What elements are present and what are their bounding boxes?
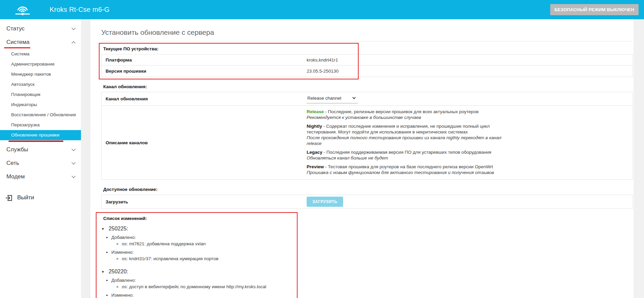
chevron-down-icon [353, 96, 356, 99]
channel-description-preview: Preview - Тестовая прошивка для роутеров… [307, 164, 504, 175]
sidebar-item-system[interactable]: Система [0, 35, 81, 49]
sidebar-gutter [81, 19, 90, 298]
update-channel-section: Канал обновления: Канал обновления Relea… [101, 84, 634, 180]
changelog-item: os: mt7621: добавлена поддержка vxlan [122, 241, 634, 247]
scrollbar-track[interactable] [634, 19, 644, 298]
table-row: Версия прошивки 23.05.5-250130 [102, 66, 633, 77]
safe-mode-button[interactable]: БЕЗОПАСНЫЙ РЕЖИМ ВЫКЛЮЧЕН [550, 4, 639, 15]
section-label: Доступное обновление: [103, 187, 634, 192]
changelog-entry: ▼ 250225: Добавлено: os: mt7621: добавле… [101, 226, 634, 262]
page-title: Установить обновление с сервера [101, 28, 634, 37]
row-label: Версия прошивки [106, 69, 307, 74]
changelog-toggle[interactable]: ▼ 250220: [101, 269, 634, 275]
section-label: Список изменений: [103, 216, 634, 221]
table-row: Описание каналов Release - Последние, ре… [102, 106, 633, 179]
red-annotation-underline [8, 141, 63, 142]
sidebar-subitem-firmware-update[interactable]: Обновление прошивки [0, 130, 81, 140]
sidebar-item-status[interactable]: Статус [0, 22, 81, 35]
sidebar: Статус Система Система Администрирование… [0, 19, 81, 298]
changelog-group-title: Изменено: [111, 293, 634, 298]
sidebar-subitem-reboot[interactable]: Перезагрузка [0, 120, 81, 130]
update-channel-table: Канал обновления Release channel Описани… [101, 92, 633, 180]
sidebar-item-modem[interactable]: Модем [0, 170, 81, 183]
changelog-group-title: Изменено: [111, 250, 634, 255]
chevron-down-icon [72, 147, 75, 151]
firmware-version-value: 23.05.5-250130 [307, 69, 633, 74]
changelog-entry: ▼ 250220: Добавлено: os: доступ в вебинт… [101, 269, 634, 298]
update-channel-select[interactable]: Release channel [307, 95, 358, 103]
sidebar-item-label: Сеть [6, 160, 19, 167]
sidebar-subitem-scheduler[interactable]: Планировщик [0, 90, 81, 100]
changelog-toggle[interactable]: ▼ 250225: [101, 226, 634, 232]
changelog-item: os: kndrt31r37: исправлена нумерация пор… [122, 256, 634, 262]
section-label: Текущее ПО устройства: [103, 46, 634, 52]
chevron-down-icon [72, 26, 75, 30]
app-header: Kroks Rt-Cse m6-G БЕЗОПАСНЫЙ РЕЖИМ ВЫКЛЮ… [0, 0, 644, 19]
row-label: Загрузить [106, 199, 307, 204]
row-label: Описание каналов [106, 140, 307, 145]
chevron-up-icon [72, 41, 75, 45]
row-label: Платформа [106, 57, 307, 63]
logout-label: Выйти [17, 194, 34, 201]
table-row: Загрузить ЗАГРУЗИТЬ [102, 195, 633, 208]
changelog-version: 250220: [109, 269, 128, 275]
sidebar-subitem-recovery-update[interactable]: Восстановление / Обновление [0, 110, 81, 120]
sidebar-item-label: Службы [6, 146, 28, 153]
row-label: Канал обновления [106, 96, 307, 101]
load-button[interactable]: ЗАГРУЗИТЬ [307, 197, 343, 207]
system-submenu: Система Администрирование Менеджер пакет… [0, 49, 81, 142]
main-content: Установить обновление с сервера Текущее … [90, 19, 634, 298]
collapse-triangle-icon: ▼ [101, 227, 105, 231]
channel-descriptions: Release - Последние, релизные версии про… [307, 109, 504, 175]
sidebar-subitem-autorun[interactable]: Автозапуск [0, 79, 81, 90]
sidebar-subitem-package-manager[interactable]: Менеджер пакетов [0, 69, 81, 79]
channel-description-legacy: Legacy - Последняя поддерживаемая версия… [307, 149, 504, 161]
chevron-down-icon [72, 160, 75, 164]
sidebar-item-network[interactable]: Сеть [0, 156, 81, 170]
sidebar-subitem-indicators[interactable]: Индикаторы [0, 100, 81, 110]
changelog-group: Изменено: os: kndrt31r37: исправлена нум… [111, 250, 634, 262]
section-label: Канал обновления: [103, 84, 634, 90]
changelog-group: Добавлено: os: mt7621: добавлена поддерж… [111, 235, 634, 247]
table-row: Канал обновления Release channel [102, 92, 633, 106]
logout-icon [5, 194, 13, 202]
sidebar-item-label: Система [6, 39, 29, 46]
title-divider [101, 41, 633, 42]
changelog-group-title: Добавлено: [111, 235, 634, 240]
app-title: Kroks Rt-Cse m6-G [50, 6, 110, 14]
sidebar-subitem-system[interactable]: Система [0, 49, 81, 59]
changelog-item: os: доступ в вебинтерфейс по доменному и… [122, 284, 634, 290]
current-firmware-table: Платформа kroks,kndrt41r1 Версия прошивк… [101, 54, 633, 77]
table-row: Платформа kroks,kndrt41r1 [102, 54, 633, 66]
changelog-group: Изменено: firewall: удалены шаблоны прав… [111, 293, 634, 298]
sidebar-item-services[interactable]: Службы [0, 143, 81, 156]
select-value: Release channel [307, 96, 341, 101]
logout-button[interactable]: Выйти [0, 194, 81, 202]
channel-description-nightly: Nightly - Содержат последние изменения и… [307, 123, 504, 146]
changelog-version: 250225: [109, 226, 128, 232]
platform-value: kroks,kndrt41r1 [307, 57, 633, 63]
collapse-triangle-icon: ▼ [101, 270, 105, 274]
changelog-group: Добавлено: os: доступ в вебинтерфейс по … [111, 278, 634, 290]
changelog-group-title: Добавлено: [111, 278, 634, 283]
wifi-logo-icon [15, 2, 30, 17]
sidebar-item-label: Модем [6, 173, 25, 180]
chevron-down-icon [72, 174, 75, 178]
channel-description-release: Release - Последние, релизные версии про… [307, 109, 504, 120]
available-update-table: Загрузить ЗАГРУЗИТЬ [101, 195, 633, 209]
changelog-section: Список изменений: ▼ 250225: Добавлено: o… [101, 216, 634, 298]
current-firmware-section: Текущее ПО устройства: Платформа kroks,k… [101, 46, 634, 77]
available-update-section: Доступное обновление: Загрузить ЗАГРУЗИТ… [101, 187, 634, 209]
sidebar-subitem-administration[interactable]: Администрирование [0, 59, 81, 69]
sidebar-item-label: Статус [6, 25, 25, 32]
